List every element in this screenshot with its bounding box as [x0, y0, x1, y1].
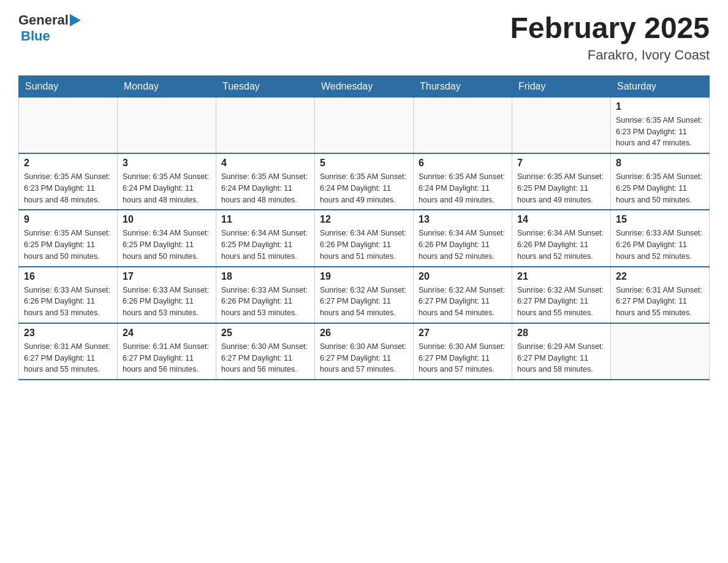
day-info: Sunrise: 6:31 AM Sunset: 6:27 PM Dayligh… [24, 341, 112, 375]
day-cell: 27Sunrise: 6:30 AM Sunset: 6:27 PM Dayli… [414, 323, 512, 380]
week-row-5: 23Sunrise: 6:31 AM Sunset: 6:27 PM Dayli… [19, 323, 710, 380]
day-info: Sunrise: 6:35 AM Sunset: 6:24 PM Dayligh… [419, 171, 507, 205]
header-day-wednesday: Wednesday [315, 75, 414, 97]
day-number: 20 [419, 271, 507, 282]
calendar-body: 1Sunrise: 6:35 AM Sunset: 6:23 PM Daylig… [19, 97, 710, 380]
day-info: Sunrise: 6:34 AM Sunset: 6:26 PM Dayligh… [517, 228, 605, 262]
day-cell: 12Sunrise: 6:34 AM Sunset: 6:26 PM Dayli… [315, 210, 414, 266]
logo-arrow-icon [70, 14, 81, 26]
day-cell: 11Sunrise: 6:34 AM Sunset: 6:25 PM Dayli… [216, 210, 315, 266]
day-info: Sunrise: 6:30 AM Sunset: 6:27 PM Dayligh… [320, 341, 408, 375]
day-info: Sunrise: 6:34 AM Sunset: 6:25 PM Dayligh… [221, 228, 309, 262]
day-cell: 26Sunrise: 6:30 AM Sunset: 6:27 PM Dayli… [315, 323, 414, 380]
day-number: 9 [24, 214, 112, 225]
day-cell: 3Sunrise: 6:35 AM Sunset: 6:24 PM Daylig… [118, 153, 216, 210]
calendar-header: SundayMondayTuesdayWednesdayThursdayFrid… [19, 75, 710, 97]
logo-general-text: General [18, 12, 69, 28]
svg-marker-0 [70, 14, 81, 26]
header-day-saturday: Saturday [611, 75, 710, 97]
day-cell [611, 323, 710, 380]
day-info: Sunrise: 6:35 AM Sunset: 6:25 PM Dayligh… [616, 171, 704, 205]
day-number: 21 [517, 271, 605, 282]
day-cell: 17Sunrise: 6:33 AM Sunset: 6:26 PM Dayli… [118, 267, 216, 323]
day-cell: 16Sunrise: 6:33 AM Sunset: 6:26 PM Dayli… [19, 267, 118, 323]
day-info: Sunrise: 6:30 AM Sunset: 6:27 PM Dayligh… [221, 341, 309, 375]
week-row-1: 1Sunrise: 6:35 AM Sunset: 6:23 PM Daylig… [19, 97, 710, 153]
day-info: Sunrise: 6:34 AM Sunset: 6:26 PM Dayligh… [320, 228, 408, 262]
day-info: Sunrise: 6:35 AM Sunset: 6:25 PM Dayligh… [24, 228, 112, 262]
header-row: SundayMondayTuesdayWednesdayThursdayFrid… [19, 75, 710, 97]
day-number: 1 [616, 101, 704, 112]
day-info: Sunrise: 6:35 AM Sunset: 6:24 PM Dayligh… [221, 171, 309, 205]
day-cell: 13Sunrise: 6:34 AM Sunset: 6:26 PM Dayli… [414, 210, 512, 266]
day-info: Sunrise: 6:35 AM Sunset: 6:24 PM Dayligh… [320, 171, 408, 205]
day-info: Sunrise: 6:33 AM Sunset: 6:26 PM Dayligh… [24, 285, 112, 319]
day-number: 22 [616, 271, 704, 282]
header-day-thursday: Thursday [414, 75, 512, 97]
day-cell [512, 97, 611, 153]
day-cell: 21Sunrise: 6:32 AM Sunset: 6:27 PM Dayli… [512, 267, 611, 323]
day-cell: 24Sunrise: 6:31 AM Sunset: 6:27 PM Dayli… [118, 323, 216, 380]
day-number: 19 [320, 271, 408, 282]
day-info: Sunrise: 6:32 AM Sunset: 6:27 PM Dayligh… [517, 285, 605, 319]
day-cell: 7Sunrise: 6:35 AM Sunset: 6:25 PM Daylig… [512, 153, 611, 210]
day-cell: 22Sunrise: 6:31 AM Sunset: 6:27 PM Dayli… [611, 267, 710, 323]
day-number: 18 [221, 271, 309, 282]
day-number: 10 [123, 214, 211, 225]
day-number: 27 [419, 327, 507, 339]
day-info: Sunrise: 6:31 AM Sunset: 6:27 PM Dayligh… [616, 285, 704, 319]
header-day-tuesday: Tuesday [216, 75, 315, 97]
page-header: General Blue February 2025 Farakro, Ivor… [18, 12, 710, 63]
calendar-title: February 2025 [510, 12, 710, 45]
day-number: 4 [221, 158, 309, 169]
day-number: 7 [517, 158, 605, 169]
day-info: Sunrise: 6:35 AM Sunset: 6:25 PM Dayligh… [517, 171, 605, 205]
day-number: 11 [221, 214, 309, 225]
day-number: 23 [24, 327, 112, 339]
day-info: Sunrise: 6:31 AM Sunset: 6:27 PM Dayligh… [123, 341, 211, 375]
day-number: 13 [419, 214, 507, 225]
day-info: Sunrise: 6:34 AM Sunset: 6:26 PM Dayligh… [419, 228, 507, 262]
week-row-3: 9Sunrise: 6:35 AM Sunset: 6:25 PM Daylig… [19, 210, 710, 266]
day-cell: 8Sunrise: 6:35 AM Sunset: 6:25 PM Daylig… [611, 153, 710, 210]
day-cell [118, 97, 216, 153]
day-number: 28 [517, 327, 605, 339]
day-number: 16 [24, 271, 112, 282]
day-number: 6 [419, 158, 507, 169]
day-info: Sunrise: 6:33 AM Sunset: 6:26 PM Dayligh… [616, 228, 704, 262]
day-cell: 5Sunrise: 6:35 AM Sunset: 6:24 PM Daylig… [315, 153, 414, 210]
logo: General Blue [18, 12, 82, 44]
calendar-table: SundayMondayTuesdayWednesdayThursdayFrid… [18, 75, 710, 380]
day-number: 5 [320, 158, 408, 169]
day-cell: 1Sunrise: 6:35 AM Sunset: 6:23 PM Daylig… [611, 97, 710, 153]
day-cell: 2Sunrise: 6:35 AM Sunset: 6:23 PM Daylig… [19, 153, 118, 210]
day-cell [315, 97, 414, 153]
day-cell [216, 97, 315, 153]
day-cell: 19Sunrise: 6:32 AM Sunset: 6:27 PM Dayli… [315, 267, 414, 323]
day-cell [19, 97, 118, 153]
day-info: Sunrise: 6:34 AM Sunset: 6:25 PM Dayligh… [123, 228, 211, 262]
day-number: 3 [123, 158, 211, 169]
title-block: February 2025 Farakro, Ivory Coast [510, 12, 710, 63]
day-cell: 20Sunrise: 6:32 AM Sunset: 6:27 PM Dayli… [414, 267, 512, 323]
day-cell: 23Sunrise: 6:31 AM Sunset: 6:27 PM Dayli… [19, 323, 118, 380]
day-info: Sunrise: 6:32 AM Sunset: 6:27 PM Dayligh… [320, 285, 408, 319]
day-cell: 28Sunrise: 6:29 AM Sunset: 6:27 PM Dayli… [512, 323, 611, 380]
day-cell: 15Sunrise: 6:33 AM Sunset: 6:26 PM Dayli… [611, 210, 710, 266]
day-number: 24 [123, 327, 211, 339]
day-info: Sunrise: 6:32 AM Sunset: 6:27 PM Dayligh… [419, 285, 507, 319]
header-day-monday: Monday [118, 75, 216, 97]
logo-blue-text: Blue [21, 28, 50, 44]
day-cell: 6Sunrise: 6:35 AM Sunset: 6:24 PM Daylig… [414, 153, 512, 210]
week-row-4: 16Sunrise: 6:33 AM Sunset: 6:26 PM Dayli… [19, 267, 710, 323]
day-number: 26 [320, 327, 408, 339]
day-cell: 4Sunrise: 6:35 AM Sunset: 6:24 PM Daylig… [216, 153, 315, 210]
day-number: 14 [517, 214, 605, 225]
day-number: 25 [221, 327, 309, 339]
day-number: 15 [616, 214, 704, 225]
day-cell: 18Sunrise: 6:33 AM Sunset: 6:26 PM Dayli… [216, 267, 315, 323]
day-info: Sunrise: 6:33 AM Sunset: 6:26 PM Dayligh… [123, 285, 211, 319]
day-number: 12 [320, 214, 408, 225]
day-info: Sunrise: 6:35 AM Sunset: 6:24 PM Dayligh… [123, 171, 211, 205]
week-row-2: 2Sunrise: 6:35 AM Sunset: 6:23 PM Daylig… [19, 153, 710, 210]
